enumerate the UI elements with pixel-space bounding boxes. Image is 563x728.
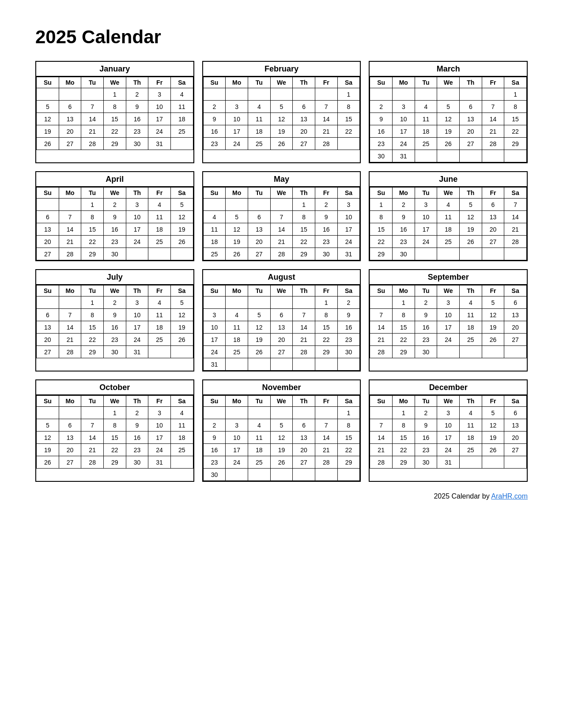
day-cell: 14 [81,113,104,125]
week-row: 30 [203,469,360,481]
day-cell [37,407,59,419]
day-cell: 29 [293,248,315,260]
day-cell: 21 [59,236,81,248]
day-header-we: We [270,285,293,296]
day-cell: 25 [415,138,437,150]
day-cell [226,407,248,419]
day-cell: 23 [415,334,437,346]
day-cell [370,88,393,101]
day-cell: 28 [81,456,104,469]
week-row: 891011121314 [370,211,527,223]
day-cell: 20 [504,321,527,334]
day-cell: 22 [392,444,415,456]
day-header-th: Th [459,188,482,199]
day-cell: 1 [315,296,337,309]
day-cell: 10 [126,211,148,223]
week-row: 567891011 [37,101,193,113]
week-row: 31 [203,358,360,371]
day-cell: 16 [126,432,148,444]
week-row: 9101112131415 [203,113,360,125]
day-header-th: Th [459,396,482,407]
day-cell: 13 [37,223,59,236]
day-cell: 18 [415,125,437,138]
day-cell: 26 [226,248,248,260]
day-cell: 22 [337,125,360,138]
day-header-su: Su [203,188,226,199]
day-cell [203,296,226,309]
day-cell: 1 [337,88,360,101]
day-cell: 25 [248,456,270,469]
month-january: JanuarySuMoTuWeThFrSa1234567891011121314… [35,61,194,163]
day-cell [415,88,437,101]
week-row: 1234 [37,88,193,101]
day-header-we: We [437,285,460,296]
day-cell [248,199,270,211]
day-header-we: We [270,188,293,199]
day-cell: 3 [126,296,148,309]
day-cell: 5 [37,419,59,432]
day-header-fr: Fr [482,77,504,88]
day-header-su: Su [37,77,59,88]
day-cell: 14 [59,321,81,334]
day-cell: 24 [437,334,460,346]
day-cell: 5 [482,407,504,419]
day-cell: 11 [170,101,193,113]
footer-link[interactable]: AraHR.com [491,492,528,500]
day-header-th: Th [459,77,482,88]
day-cell: 4 [459,296,482,309]
week-row: 22232425262728 [370,236,527,248]
day-cell: 2 [370,101,393,113]
day-cell: 20 [504,432,527,444]
week-row: 19202122232425 [37,125,193,138]
day-header-mo: Mo [59,188,81,199]
day-cell: 13 [59,432,81,444]
day-cell [437,248,460,260]
day-cell: 23 [126,444,148,456]
day-cell: 9 [392,211,415,223]
month-title-march: March [370,62,527,77]
day-cell: 21 [270,236,293,248]
day-header-th: Th [293,396,315,407]
day-cell: 19 [482,432,504,444]
month-title-january: January [36,62,193,77]
day-cell: 22 [293,236,315,248]
day-cell: 24 [126,236,148,248]
day-header-we: We [103,396,126,407]
day-cell: 11 [170,419,193,432]
day-cell: 30 [126,138,148,150]
day-cell: 12 [482,309,504,321]
week-row: 9101112131415 [203,432,360,444]
day-cell: 14 [482,113,504,125]
day-cell [459,456,482,469]
day-cell: 29 [81,346,104,358]
day-cell: 29 [337,456,360,469]
month-december: DecemberSuMoTuWeThFrSa123456789101112131… [369,379,528,482]
month-october: OctoberSuMoTuWeThFrSa1234567891011121314… [35,379,194,482]
day-cell [270,469,293,481]
day-cell [482,456,504,469]
week-row: 1 [370,88,527,101]
week-row: 2728293031 [37,346,193,358]
day-header-mo: Mo [59,77,81,88]
day-header-we: We [270,396,293,407]
day-cell: 15 [81,223,104,236]
day-cell: 8 [392,309,415,321]
month-title-september: September [370,270,527,285]
day-cell: 17 [437,321,460,334]
day-cell [226,88,248,101]
day-cell [459,346,482,358]
day-cell [81,88,104,101]
day-cell: 12 [270,113,293,125]
day-cell: 9 [315,211,337,223]
day-cell: 30 [103,346,126,358]
day-cell: 25 [248,138,270,150]
day-cell: 3 [226,419,248,432]
day-cell: 6 [59,101,81,113]
day-cell: 19 [248,334,270,346]
week-row: 13141516171819 [37,223,193,236]
month-title-november: November [203,380,360,395]
day-cell: 5 [437,101,460,113]
day-cell [293,296,315,309]
day-cell [315,407,337,419]
day-cell: 29 [392,456,415,469]
